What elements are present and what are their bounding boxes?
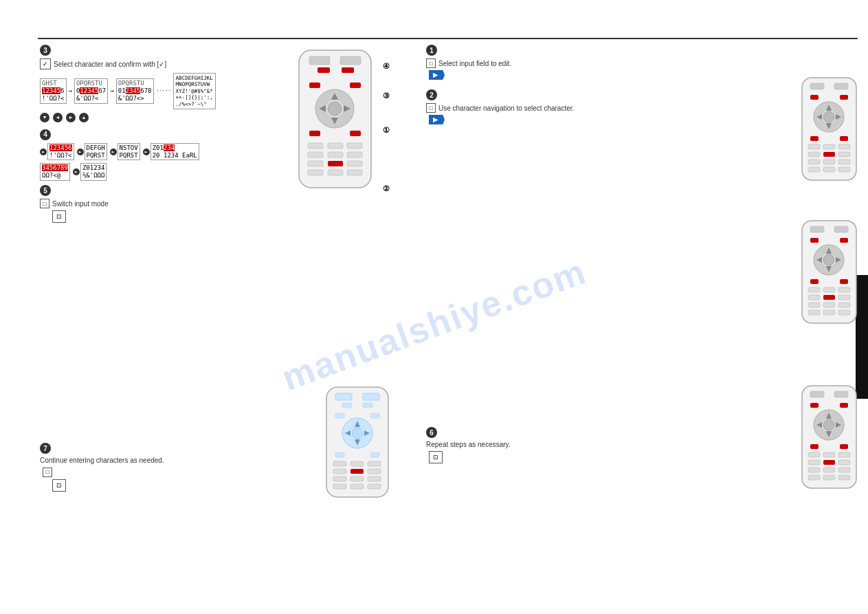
- char-box-3: OPQRSTU 012345678 &'ΩΩ?<>: [116, 78, 154, 103]
- section-6-num: 6: [426, 427, 437, 438]
- svg-rect-73: [808, 152, 820, 157]
- section-3-icon-row: ✓ Select character and confirm with [✓]: [40, 58, 301, 69]
- nav-down[interactable]: ▼: [40, 113, 49, 122]
- svg-rect-68: [810, 136, 819, 141]
- svg-rect-79: [808, 167, 820, 172]
- svg-rect-71: [823, 144, 835, 149]
- svg-point-65: [823, 111, 834, 122]
- svg-point-39: [352, 428, 363, 439]
- svg-rect-20: [328, 152, 343, 157]
- svg-rect-110: [834, 391, 848, 397]
- nav-left[interactable]: ◄: [53, 113, 63, 122]
- svg-rect-81: [838, 167, 850, 172]
- svg-rect-94: [810, 279, 819, 284]
- section-7: 7 Continue entering characters as needed…: [40, 443, 301, 492]
- section-4-header: 4: [40, 129, 301, 140]
- svg-point-11: [328, 102, 342, 116]
- svg-rect-133: [838, 475, 850, 480]
- svg-rect-131: [808, 475, 820, 480]
- svg-rect-93: [840, 238, 848, 243]
- svg-rect-74: [823, 152, 835, 157]
- svg-rect-128: [808, 468, 820, 472]
- svg-rect-101: [838, 295, 850, 300]
- section-1-icon-row: □ Select input field to edit.: [426, 58, 687, 68]
- svg-rect-126: [823, 460, 835, 465]
- svg-rect-25: [308, 170, 323, 175]
- svg-rect-130: [838, 468, 850, 472]
- svg-rect-27: [347, 170, 362, 175]
- svg-rect-67: [840, 95, 848, 100]
- section-2-num: 2: [426, 89, 437, 100]
- svg-rect-103: [823, 303, 835, 307]
- svg-rect-49: [368, 469, 381, 474]
- char-mini-2: DEFGH PQRST: [85, 143, 107, 161]
- char-row-group: ► 123456 !'ΩΩ?< ► DEFGH PQRST ► NSTOV PQ…: [40, 143, 301, 161]
- section-2-icon: □: [426, 103, 436, 113]
- char-row-item-2: ► DEFGH PQRST: [77, 143, 107, 161]
- nav-right[interactable]: ►: [66, 113, 76, 122]
- char-mini-1: 123456 !'ΩΩ?<: [47, 143, 74, 161]
- svg-rect-124: [838, 452, 850, 457]
- char-row-item-3: ► NSTOV PQRST: [110, 143, 140, 161]
- svg-rect-119: [840, 403, 848, 408]
- svg-rect-12: [309, 83, 320, 88]
- svg-rect-83: [810, 226, 824, 232]
- svg-rect-125: [808, 460, 820, 465]
- mode-icon: ⊡: [52, 210, 66, 223]
- svg-rect-75: [838, 152, 850, 157]
- section-7-sub: ⊡: [52, 479, 301, 492]
- svg-rect-54: [350, 484, 364, 489]
- svg-rect-78: [838, 160, 850, 164]
- section-6-header: 6: [426, 427, 687, 438]
- svg-rect-26: [328, 170, 343, 175]
- svg-rect-92: [810, 238, 819, 243]
- svg-rect-70: [808, 144, 820, 149]
- svg-rect-30: [363, 393, 379, 400]
- nav-up[interactable]: ▲: [79, 113, 89, 122]
- svg-rect-53: [333, 484, 346, 489]
- svg-rect-105: [808, 310, 820, 315]
- svg-rect-106: [823, 310, 835, 315]
- blue-arrow-1: ▶: [429, 70, 445, 80]
- section-7-header: 7: [40, 443, 301, 454]
- char-box-full: ABCDEFGHIJKL MNOPQRSTUVW XYZ!'@#$%^&* +=…: [173, 73, 216, 109]
- svg-rect-16: [308, 143, 323, 149]
- svg-rect-121: [840, 444, 848, 449]
- nav-arrows: ▼ ◄ ► ▲: [40, 113, 301, 122]
- section-2-header: 2: [426, 89, 687, 100]
- char-mini-6: Z01234 ⅔&'ΩΩΩ: [80, 163, 107, 181]
- svg-rect-17: [328, 143, 343, 149]
- section-4-num: 4: [40, 129, 51, 140]
- top-border-line: [38, 38, 858, 39]
- section-5-text: Switch input mode: [52, 200, 109, 208]
- section-6-icon-row: ⊡: [429, 451, 687, 463]
- svg-rect-2: [340, 56, 361, 65]
- svg-rect-42: [335, 452, 344, 457]
- svg-rect-102: [808, 303, 820, 307]
- svg-rect-99: [808, 295, 820, 300]
- svg-rect-3: [318, 67, 330, 73]
- svg-rect-72: [838, 144, 850, 149]
- svg-rect-19: [308, 152, 323, 157]
- svg-rect-98: [838, 287, 850, 292]
- svg-rect-51: [350, 476, 364, 481]
- section-6: 6 Repeat steps as necessary. ⊡: [426, 427, 687, 463]
- svg-rect-66: [810, 95, 819, 100]
- svg-rect-97: [823, 287, 835, 292]
- section-2-text: Use character navigation to select chara…: [438, 105, 574, 112]
- check-icon: ✓: [40, 58, 51, 69]
- section-7-text: Continue entering characters as needed.: [40, 457, 301, 464]
- section-5-header: 5: [40, 185, 301, 196]
- svg-rect-31: [342, 403, 352, 408]
- char-row-2: 3456789 ΩΩ?<@ ► Z01234 ⅔&'ΩΩΩ: [40, 163, 301, 181]
- svg-rect-120: [810, 444, 819, 449]
- arrow-btn-5: ►: [73, 168, 80, 175]
- char-row-item-1: ► 123456 !'ΩΩ?<: [40, 143, 74, 161]
- section-5-icon-row: □ Switch input mode: [40, 199, 301, 208]
- svg-rect-122: [808, 452, 820, 457]
- svg-rect-18: [347, 143, 362, 149]
- svg-rect-57: [810, 83, 824, 89]
- svg-rect-32: [363, 403, 372, 408]
- left-column: 3 ✓ Select character and confirm with [✓…: [40, 45, 301, 492]
- section-3-desc: Select character and confirm with [✓]: [54, 61, 166, 68]
